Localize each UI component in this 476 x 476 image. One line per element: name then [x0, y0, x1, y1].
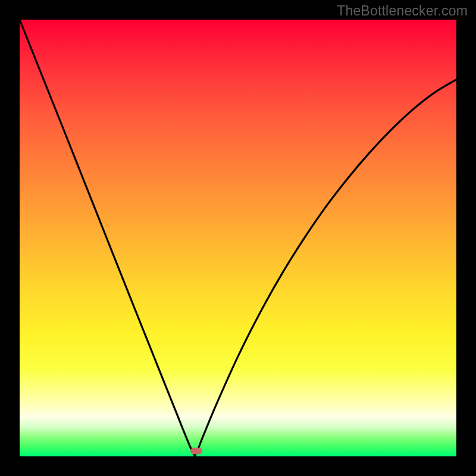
- bottleneck-curve: [20, 20, 456, 456]
- plot-area: [20, 20, 456, 456]
- watermark-label: TheBottlenecker.com: [337, 3, 468, 19]
- optimal-point-marker: [190, 448, 202, 455]
- chart-frame: TheBottlenecker.com: [0, 0, 476, 476]
